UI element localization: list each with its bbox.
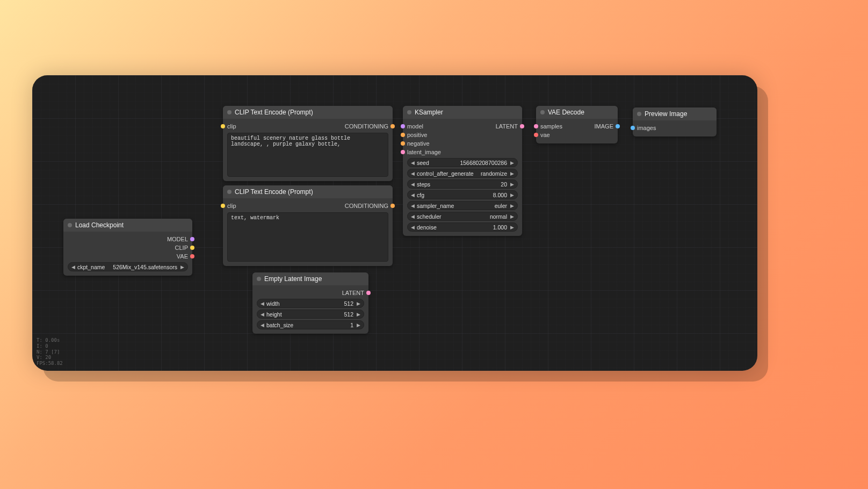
collapse-dot-icon[interactable] bbox=[227, 110, 232, 114]
output-image: IMAGE bbox=[595, 123, 613, 130]
arrow-right-icon[interactable]: ▶ bbox=[356, 312, 361, 317]
node-title: KSampler bbox=[415, 109, 443, 116]
collapse-dot-icon[interactable] bbox=[637, 112, 641, 116]
port-in-latent-image[interactable] bbox=[401, 150, 405, 154]
node-title: VAE Decode bbox=[548, 109, 584, 116]
arrow-left-icon[interactable]: ◀ bbox=[70, 264, 76, 270]
arrow-right-icon[interactable]: ▶ bbox=[509, 160, 515, 166]
collapse-dot-icon[interactable] bbox=[68, 223, 72, 227]
port-out-clip[interactable] bbox=[190, 246, 194, 250]
arrow-left-icon[interactable]: ◀ bbox=[410, 214, 416, 219]
node-header[interactable]: CLIP Text Encode (Prompt) bbox=[223, 185, 393, 198]
output-latent: LATENT bbox=[496, 123, 518, 130]
widget-height[interactable]: ◀height512▶ bbox=[257, 310, 364, 319]
arrow-left-icon[interactable]: ◀ bbox=[410, 171, 416, 176]
port-in-samples[interactable] bbox=[534, 124, 538, 128]
input-images: images bbox=[637, 125, 656, 131]
node-header[interactable]: VAE Decode bbox=[536, 106, 618, 119]
node-vae-decode[interactable]: VAE Decode samples IMAGE vae bbox=[536, 106, 618, 143]
arrow-right-icon[interactable]: ▶ bbox=[509, 182, 515, 187]
node-clip-text-encode-negative[interactable]: CLIP Text Encode (Prompt) clip CONDITION… bbox=[223, 185, 393, 266]
widget-denoise[interactable]: ◀denoise1.000▶ bbox=[407, 222, 518, 232]
input-model: model bbox=[407, 123, 423, 130]
widget-seed[interactable]: ◀seed156680208700286▶ bbox=[407, 158, 518, 167]
node-title: CLIP Text Encode (Prompt) bbox=[235, 109, 313, 116]
arrow-right-icon[interactable]: ▶ bbox=[509, 203, 515, 208]
widget-scheduler[interactable]: ◀schedulernormal▶ bbox=[407, 212, 518, 221]
port-out-latent[interactable] bbox=[520, 124, 524, 128]
node-preview-image[interactable]: Preview Image images bbox=[633, 107, 717, 136]
node-title: Empty Latent Image bbox=[264, 275, 322, 283]
node-title: CLIP Text Encode (Prompt) bbox=[235, 188, 313, 196]
port-in-negative[interactable] bbox=[401, 141, 405, 146]
node-header[interactable]: Empty Latent Image bbox=[252, 272, 368, 285]
collapse-dot-icon[interactable] bbox=[407, 110, 411, 114]
node-graph-canvas[interactable]: Load Checkpoint MODEL CLIP VAE ◀ ckpt_na… bbox=[32, 75, 757, 371]
collapse-dot-icon[interactable] bbox=[227, 190, 232, 194]
widget-sampler-name[interactable]: ◀sampler_nameeuler▶ bbox=[407, 201, 518, 210]
collapse-dot-icon[interactable] bbox=[257, 277, 261, 281]
output-conditioning: CONDITIONING bbox=[345, 203, 388, 209]
output-model: MODEL bbox=[167, 236, 188, 242]
input-vae: vae bbox=[540, 132, 550, 138]
arrow-right-icon[interactable]: ▶ bbox=[509, 171, 515, 176]
port-out-conditioning[interactable] bbox=[390, 204, 395, 208]
input-clip: clip bbox=[227, 123, 236, 130]
input-positive: positive bbox=[407, 132, 427, 138]
arrow-left-icon[interactable]: ◀ bbox=[259, 322, 265, 328]
widget-ckpt-name[interactable]: ◀ ckpt_name 526Mix_v145.safetensors ▶ bbox=[68, 262, 188, 271]
output-vae: VAE bbox=[177, 253, 188, 260]
prompt-text[interactable]: beautiful scenery nature glass bottle la… bbox=[227, 133, 388, 177]
port-in-positive[interactable] bbox=[401, 133, 405, 137]
node-header[interactable]: Load Checkpoint bbox=[63, 219, 192, 232]
arrow-left-icon[interactable]: ◀ bbox=[410, 160, 416, 166]
node-empty-latent-image[interactable]: Empty Latent Image LATENT ◀width512▶ ◀he… bbox=[252, 272, 368, 334]
port-in-model[interactable] bbox=[401, 124, 405, 128]
node-title: Preview Image bbox=[645, 110, 687, 118]
node-header[interactable]: Preview Image bbox=[633, 107, 717, 120]
port-out-conditioning[interactable] bbox=[390, 124, 395, 128]
arrow-right-icon[interactable]: ▶ bbox=[509, 214, 515, 219]
node-header[interactable]: CLIP Text Encode (Prompt) bbox=[223, 106, 393, 119]
widget-width[interactable]: ◀width512▶ bbox=[257, 299, 364, 308]
node-ksampler[interactable]: KSampler model LATENT positive negative … bbox=[403, 106, 522, 236]
node-title: Load Checkpoint bbox=[75, 221, 124, 229]
port-in-clip[interactable] bbox=[221, 124, 225, 128]
output-latent: LATENT bbox=[342, 290, 364, 296]
port-out-model[interactable] bbox=[190, 237, 194, 241]
arrow-left-icon[interactable]: ◀ bbox=[410, 203, 416, 208]
arrow-left-icon[interactable]: ◀ bbox=[259, 301, 265, 306]
widget-steps[interactable]: ◀steps20▶ bbox=[407, 179, 518, 189]
widget-cfg[interactable]: ◀cfg8.000▶ bbox=[407, 190, 518, 199]
input-latent-image: latent_image bbox=[407, 149, 441, 155]
node-clip-text-encode-positive[interactable]: CLIP Text Encode (Prompt) clip CONDITION… bbox=[223, 106, 393, 181]
widget-batch-size[interactable]: ◀batch_size1▶ bbox=[257, 320, 364, 329]
arrow-right-icon[interactable]: ▶ bbox=[356, 322, 361, 328]
widget-control-after-generate[interactable]: ◀control_after_generaterandomize▶ bbox=[407, 169, 518, 178]
output-conditioning: CONDITIONING bbox=[345, 123, 388, 130]
port-out-vae[interactable] bbox=[190, 254, 194, 258]
port-in-images[interactable] bbox=[631, 126, 635, 130]
input-clip: clip bbox=[227, 203, 236, 209]
port-in-clip[interactable] bbox=[221, 204, 225, 208]
arrow-left-icon[interactable]: ◀ bbox=[410, 192, 416, 198]
port-out-latent[interactable] bbox=[366, 291, 371, 295]
arrow-right-icon[interactable]: ▶ bbox=[179, 264, 185, 270]
output-clip: CLIP bbox=[175, 244, 188, 251]
node-load-checkpoint[interactable]: Load Checkpoint MODEL CLIP VAE ◀ ckpt_na… bbox=[63, 219, 192, 276]
node-header[interactable]: KSampler bbox=[403, 106, 522, 119]
port-out-image[interactable] bbox=[616, 124, 620, 128]
prompt-text[interactable]: text, watermark bbox=[227, 212, 388, 262]
input-samples: samples bbox=[540, 123, 562, 130]
arrow-left-icon[interactable]: ◀ bbox=[259, 312, 265, 317]
canvas-stats: T: 0.00s I: 0 N: 7 [7] V: 20 FPS:58.82 bbox=[37, 337, 63, 366]
collapse-dot-icon[interactable] bbox=[540, 110, 545, 114]
arrow-left-icon[interactable]: ◀ bbox=[410, 225, 416, 230]
arrow-right-icon[interactable]: ▶ bbox=[509, 192, 515, 198]
arrow-left-icon[interactable]: ◀ bbox=[410, 182, 416, 187]
input-negative: negative bbox=[407, 140, 430, 147]
arrow-right-icon[interactable]: ▶ bbox=[356, 301, 361, 306]
arrow-right-icon[interactable]: ▶ bbox=[509, 225, 515, 230]
port-in-vae[interactable] bbox=[534, 133, 538, 137]
